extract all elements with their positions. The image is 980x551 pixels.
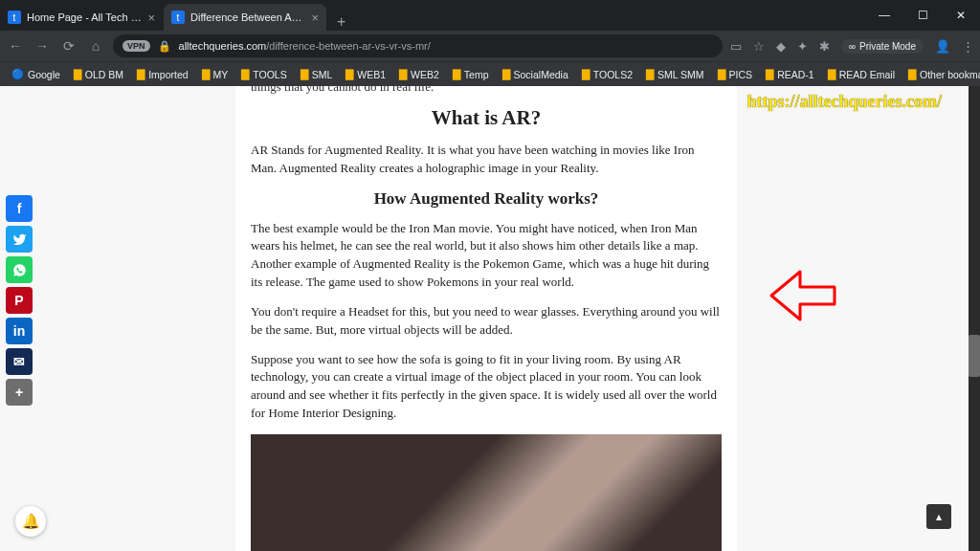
close-window-button[interactable]: ✕ — [942, 0, 980, 31]
bookmark-item[interactable]: ▇MY — [196, 68, 234, 80]
bookmark-item[interactable]: ▇READ Email — [822, 68, 901, 80]
extension-icon[interactable]: ✦ — [797, 39, 808, 54]
profile-icon[interactable]: 👤 — [935, 39, 950, 54]
star-icon[interactable]: ☆ — [753, 39, 765, 54]
tab-title: Home Page - All Tech Queries — [27, 11, 142, 23]
heading-what-is-ar: What is AR? — [251, 106, 722, 130]
twitter-share-button[interactable] — [6, 226, 33, 253]
bookmark-item[interactable]: ▇READ-1 — [760, 68, 820, 80]
article-content: things that you cannot do in real life. … — [235, 86, 737, 551]
bookmark-item[interactable]: ▇WEB2 — [393, 68, 445, 80]
bookmark-item[interactable]: ▇OLD BM — [68, 68, 129, 80]
notification-bell-button[interactable]: 🔔 — [15, 506, 46, 537]
bookmark-item[interactable]: ▇PICS — [712, 68, 759, 80]
article-paragraph: AR Stands for Augmented Reality. It is w… — [251, 142, 722, 178]
new-tab-button[interactable]: + — [327, 13, 355, 31]
bookmarks-bar: 🔵Google ▇OLD BM ▇Imported ▇MY ▇TOOLS ▇SM… — [0, 61, 980, 86]
private-mode-badge[interactable]: ∞ Private Mode — [841, 39, 924, 54]
facebook-share-button[interactable]: f — [6, 195, 33, 222]
forward-button[interactable]: → — [33, 36, 52, 55]
back-button[interactable]: ← — [6, 36, 25, 55]
menu-icon[interactable]: ⋮ — [962, 39, 974, 54]
close-icon[interactable]: × — [147, 11, 155, 25]
bookmark-item[interactable]: ▇TOOLS — [235, 68, 292, 80]
lock-icon: 🔒 — [158, 40, 171, 53]
linkedin-share-button[interactable]: in — [6, 318, 33, 344]
article-image — [251, 434, 722, 551]
whatsapp-share-button[interactable] — [6, 256, 33, 283]
share-sidebar: f P in ✉ + — [6, 195, 33, 406]
minimize-button[interactable]: — — [865, 0, 903, 31]
article-paragraph: You don't require a Headset for this, bu… — [251, 303, 722, 340]
favicon-icon: t — [171, 11, 185, 24]
tab-home[interactable]: t Home Page - All Tech Queries × — [0, 4, 163, 31]
bookmark-item[interactable]: ▇Temp — [447, 68, 495, 80]
vpn-badge: VPN — [122, 40, 150, 52]
other-bookmarks[interactable]: ▇Other bookmarks — [902, 68, 980, 80]
bookmark-google[interactable]: 🔵Google — [6, 68, 66, 80]
article-paragraph: Suppose you want to see how the sofa is … — [251, 351, 722, 423]
reload-button[interactable]: ⟳ — [59, 36, 78, 55]
scrollbar-thumb[interactable] — [969, 335, 980, 377]
tab-article[interactable]: t Difference Between AR Vs VR Vs… × — [164, 4, 326, 31]
url-input[interactable]: VPN 🔒 alltechqueries.com/difference-betw… — [113, 34, 723, 57]
url-text: alltechqueries.com/difference-between-ar… — [179, 40, 431, 52]
more-share-button[interactable]: + — [6, 379, 33, 406]
bookmark-item[interactable]: ▇SML SMM — [640, 68, 710, 80]
red-arrow-annotation — [768, 268, 836, 323]
cut-text: things that you cannot do in real life. — [251, 86, 722, 97]
browser-titlebar: t Home Page - All Tech Queries × t Diffe… — [0, 0, 980, 31]
article-paragraph: The best example would be the Iron Man m… — [251, 220, 722, 292]
watermark-text: https://alltechqueries.com/ — [747, 92, 942, 112]
bookmark-item[interactable]: ▇Imported — [131, 68, 193, 80]
window-controls: — ☐ ✕ — [865, 0, 980, 31]
bookmark-item[interactable]: ▇SocialMedia — [497, 68, 574, 80]
maximize-button[interactable]: ☐ — [903, 0, 942, 31]
home-button[interactable]: ⌂ — [86, 36, 105, 55]
puzzle-icon[interactable]: ✱ — [819, 39, 830, 54]
email-share-button[interactable]: ✉ — [6, 348, 33, 375]
page-viewport: https://alltechqueries.com/ f P in ✉ + t… — [0, 86, 980, 551]
pinterest-share-button[interactable]: P — [6, 287, 33, 314]
tab-title: Difference Between AR Vs VR Vs… — [190, 11, 305, 23]
bookmark-item[interactable]: ▇TOOLS2 — [576, 68, 638, 80]
address-bar: ← → ⟳ ⌂ VPN 🔒 alltechqueries.com/differe… — [0, 31, 980, 61]
mask-icon: ∞ — [849, 41, 856, 52]
close-icon[interactable]: × — [311, 11, 319, 25]
scrollbar-track[interactable] — [969, 86, 980, 551]
bookmark-item[interactable]: ▇WEB1 — [340, 68, 391, 80]
heading-how-ar-works: How Augmented Reality works? — [251, 189, 722, 209]
adblock-icon[interactable]: ◆ — [776, 39, 786, 54]
bookmark-item[interactable]: ▇SML — [295, 68, 339, 80]
scroll-to-top-button[interactable]: ▴ — [926, 504, 951, 529]
favicon-icon: t — [8, 11, 21, 24]
video-icon[interactable]: ▭ — [730, 39, 742, 54]
